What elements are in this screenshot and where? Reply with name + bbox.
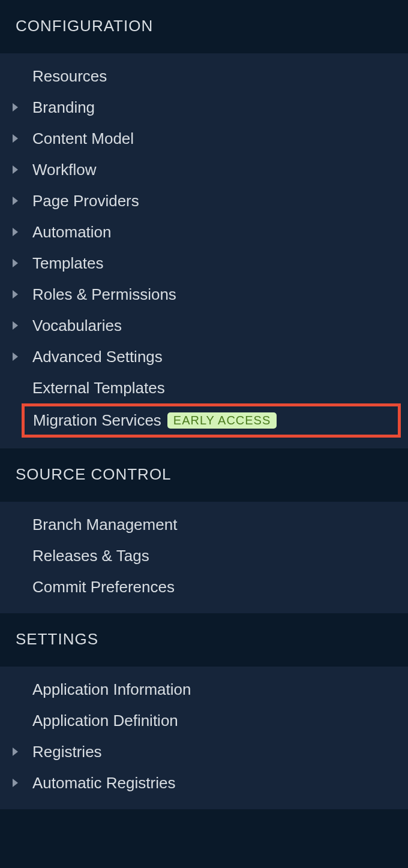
section-items-configuration: Resources Branding Content Model Workflo…: [0, 53, 408, 448]
expand-icon[interactable]: [11, 259, 19, 267]
section-title: CONFIGURATION: [16, 17, 153, 35]
triangle-right-icon: [13, 779, 18, 787]
expand-spacer: [11, 384, 19, 392]
triangle-right-icon: [13, 259, 18, 267]
nav-item-releases-tags[interactable]: Releases & Tags: [0, 540, 408, 571]
expand-icon[interactable]: [11, 290, 19, 299]
nav-item-automation[interactable]: Automation: [0, 216, 408, 248]
nav-item-label: Vocabularies: [32, 317, 122, 335]
nav-item-external-templates[interactable]: External Templates: [0, 372, 408, 403]
nav-item-resources[interactable]: Resources: [0, 61, 408, 92]
nav-item-migration-services[interactable]: Migration Services EARLY ACCESS: [22, 403, 401, 438]
expand-spacer: [11, 72, 19, 80]
expand-icon[interactable]: [11, 165, 19, 174]
expand-spacer: [11, 583, 19, 591]
triangle-right-icon: [13, 228, 18, 236]
expand-icon[interactable]: [11, 103, 19, 111]
triangle-right-icon: [13, 748, 18, 756]
expand-icon[interactable]: [11, 352, 19, 361]
expand-spacer: [11, 716, 19, 725]
nav-item-application-definition[interactable]: Application Definition: [0, 705, 408, 736]
expand-icon[interactable]: [11, 134, 19, 143]
nav-item-label: Roles & Permissions: [32, 285, 176, 304]
nav-item-branding[interactable]: Branding: [0, 92, 408, 123]
triangle-right-icon: [13, 134, 18, 143]
triangle-right-icon: [13, 321, 18, 330]
nav-item-label: Content Model: [32, 129, 134, 148]
nav-item-workflow[interactable]: Workflow: [0, 154, 408, 185]
expand-icon[interactable]: [11, 748, 19, 756]
nav-item-label: Branch Management: [32, 516, 177, 534]
nav-item-application-information[interactable]: Application Information: [0, 674, 408, 705]
nav-item-label: Advanced Settings: [32, 348, 163, 366]
expand-spacer: [11, 551, 19, 560]
nav-item-label: Automatic Registries: [32, 774, 175, 792]
nav-item-automatic-registries[interactable]: Automatic Registries: [0, 767, 408, 798]
expand-spacer: [11, 685, 19, 694]
nav-item-label: Application Definition: [32, 712, 178, 730]
expand-icon[interactable]: [11, 321, 19, 330]
nav-item-label: Registries: [32, 743, 102, 761]
triangle-right-icon: [13, 290, 18, 299]
section-items-source-control: Branch Management Releases & Tags Commit…: [0, 502, 408, 613]
nav-item-templates[interactable]: Templates: [0, 248, 408, 279]
early-access-badge: EARLY ACCESS: [167, 412, 277, 429]
nav-item-label: Page Providers: [32, 192, 139, 210]
section-header-settings: SETTINGS: [0, 613, 408, 667]
triangle-right-icon: [13, 352, 18, 361]
nav-item-roles-permissions[interactable]: Roles & Permissions: [0, 279, 408, 310]
expand-icon[interactable]: [11, 197, 19, 205]
nav-item-label: Templates: [32, 254, 104, 273]
nav-item-commit-preferences[interactable]: Commit Preferences: [0, 571, 408, 602]
triangle-right-icon: [13, 197, 18, 205]
nav-item-label: Releases & Tags: [32, 547, 149, 565]
section-title: SETTINGS: [16, 630, 98, 648]
nav-item-label: External Templates: [32, 379, 165, 397]
section-header-configuration: CONFIGURATION: [0, 0, 408, 53]
nav-item-label: Branding: [32, 98, 95, 117]
nav-item-content-model[interactable]: Content Model: [0, 123, 408, 154]
triangle-right-icon: [13, 165, 18, 174]
expand-icon[interactable]: [11, 779, 19, 787]
section-title: SOURCE CONTROL: [16, 465, 172, 483]
triangle-right-icon: [13, 103, 18, 111]
nav-item-page-providers[interactable]: Page Providers: [0, 185, 408, 216]
expand-spacer: [11, 520, 19, 529]
nav-item-label: Automation: [32, 223, 112, 242]
nav-item-label: Resources: [32, 67, 107, 86]
section-header-source-control: SOURCE CONTROL: [0, 448, 408, 502]
nav-item-registries[interactable]: Registries: [0, 736, 408, 767]
nav-item-branch-management[interactable]: Branch Management: [0, 509, 408, 540]
nav-item-label: Workflow: [32, 161, 96, 179]
nav-item-advanced-settings[interactable]: Advanced Settings: [0, 341, 408, 372]
nav-item-label: Application Information: [32, 680, 191, 699]
expand-icon[interactable]: [11, 228, 19, 236]
nav-item-vocabularies[interactable]: Vocabularies: [0, 310, 408, 341]
nav-item-label: Commit Preferences: [32, 578, 175, 596]
nav-item-label: Migration Services: [33, 411, 161, 430]
section-items-settings: Application Information Application Defi…: [0, 667, 408, 809]
